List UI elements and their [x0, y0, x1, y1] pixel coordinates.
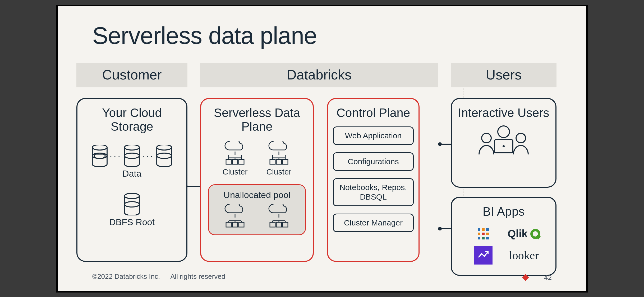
svg-rect-21: [232, 222, 238, 227]
databricks-row: Serverless Data Plane: [200, 98, 438, 262]
ellipsis-icon: ···: [140, 151, 156, 161]
svg-rect-22: [239, 222, 244, 227]
column-users: Users Interactive Users: [451, 63, 556, 262]
storage-dbfs-label: DBFS Root: [109, 217, 155, 227]
storage-data-row: ··· ···: [91, 145, 173, 167]
tableau-icon: [478, 228, 489, 239]
column-databricks: Databricks Serverless Data Plane: [200, 63, 438, 262]
footer-page-number: 42: [544, 274, 552, 281]
control-plane-items: Web Application Configurations Notebooks…: [333, 126, 414, 232]
stage: Serverless data plane Customer Your Clou…: [0, 0, 644, 297]
logo-qlik: Qlik: [508, 228, 540, 240]
cluster: Cluster: [266, 141, 292, 176]
pool-icons: [222, 204, 292, 228]
svg-point-36: [516, 133, 526, 143]
svg-point-35: [482, 133, 491, 143]
database-icon: [123, 193, 140, 215]
database-icon: [123, 145, 140, 167]
footer-copyright: ©2022 Databricks Inc. — All rights reser…: [92, 272, 225, 281]
cloud-cluster-icon: [266, 141, 292, 165]
qlik-icon: [530, 229, 540, 239]
svg-point-0: [92, 145, 107, 150]
pool-title: Unallocated pool: [223, 190, 290, 200]
box-title-control-plane: Control Plane: [337, 106, 410, 120]
svg-point-3: [125, 153, 139, 158]
logo-insights: [474, 246, 493, 265]
svg-point-34: [503, 145, 505, 147]
database-icon: [156, 145, 173, 167]
bi-logos: Qlik looker: [467, 228, 540, 265]
svg-point-4: [157, 145, 172, 150]
svg-rect-14: [270, 159, 275, 164]
slide: Serverless data plane Customer Your Clou…: [56, 5, 588, 293]
columns: Customer Your Cloud Storage ···: [76, 63, 568, 262]
cp-item-cluster-manager: Cluster Manager: [333, 214, 414, 232]
logo-looker: looker: [509, 249, 539, 262]
cluster-label: Cluster: [222, 167, 247, 176]
cluster-row: Cluster: [222, 141, 292, 176]
slide-footer: ©2022 Databricks Inc. — All rights reser…: [92, 271, 552, 282]
slide-title: Serverless data plane: [92, 22, 317, 49]
cp-item-configurations: Configurations: [333, 152, 414, 171]
box-control-plane: Control Plane Web Application Configurat…: [327, 98, 420, 262]
insights-icon: [474, 246, 493, 265]
column-header-users: Users: [451, 63, 556, 87]
database-icon: [91, 145, 108, 167]
storage-data-label: Data: [122, 168, 141, 179]
svg-rect-26: [270, 222, 275, 227]
cluster-label: Cluster: [266, 167, 291, 176]
box-title-storage: Your Cloud Storage: [82, 106, 182, 134]
svg-point-32: [498, 126, 509, 138]
databricks-icon: ◆: [522, 272, 529, 282]
box-unallocated-pool: Unallocated pool: [208, 184, 306, 235]
box-serverless-data-plane: Serverless Data Plane: [200, 98, 314, 262]
box-title-interactive-users: Interactive Users: [458, 106, 549, 120]
cloud-cluster-icon: [266, 204, 292, 228]
svg-rect-10: [239, 159, 244, 164]
svg-point-5: [157, 153, 172, 158]
column-header-databricks: Databricks: [200, 63, 438, 87]
box-interactive-users: Interactive Users: [451, 98, 556, 188]
users-icon: [476, 124, 531, 156]
svg-rect-28: [283, 222, 288, 227]
box-title-bi-apps: BI Apps: [483, 205, 525, 219]
users-stack: Interactive Users BI Apps: [451, 98, 556, 276]
cp-item-notebooks: Notebooks, Repos, DBSQL: [333, 178, 414, 206]
svg-rect-9: [232, 159, 238, 164]
svg-point-7: [125, 202, 139, 207]
box-cloud-storage: Your Cloud Storage ···: [76, 98, 187, 262]
svg-point-6: [125, 193, 139, 199]
svg-rect-15: [276, 159, 282, 164]
svg-rect-8: [226, 159, 231, 164]
cloud-cluster-icon: [222, 204, 248, 228]
logo-tableau: [478, 228, 489, 239]
cp-item-web-application: Web Application: [333, 126, 414, 145]
svg-rect-27: [276, 222, 282, 227]
svg-rect-16: [283, 159, 288, 164]
cluster: Cluster: [222, 141, 248, 176]
svg-point-2: [125, 145, 139, 150]
ellipsis-icon: ···: [108, 151, 123, 161]
column-customer: Customer Your Cloud Storage ···: [76, 63, 187, 262]
qlik-text: Qlik: [508, 228, 528, 240]
column-header-customer: Customer: [76, 63, 187, 87]
box-title-sdp: Serverless Data Plane: [206, 106, 308, 134]
svg-rect-20: [226, 222, 231, 227]
box-bi-apps: BI Apps Qlik: [451, 197, 556, 276]
cloud-cluster-icon: [222, 141, 248, 165]
